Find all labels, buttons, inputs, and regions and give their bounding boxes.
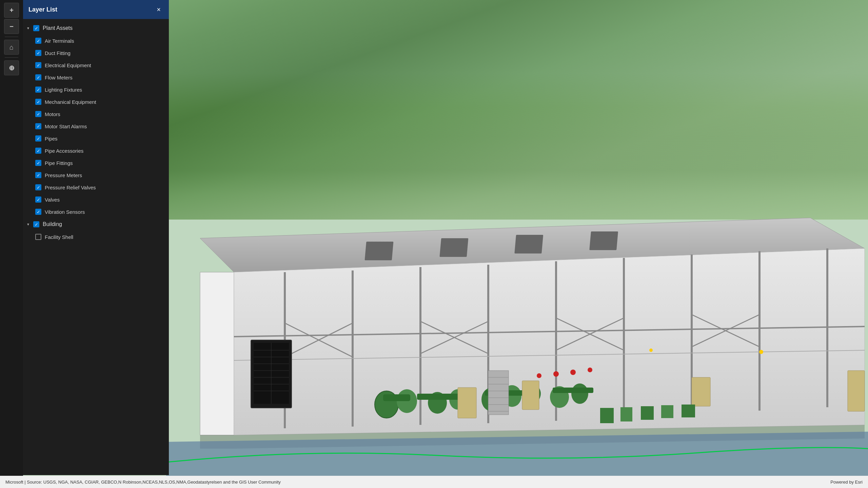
checkbox-flow-meters[interactable]: ✓ <box>35 74 41 80</box>
checkbox-pipes[interactable]: ✓ <box>35 135 41 142</box>
svg-marker-6 <box>234 248 865 435</box>
layer-item-pipes[interactable]: ✓Pipes <box>23 132 169 145</box>
svg-rect-54 <box>620 407 632 421</box>
svg-point-37 <box>571 383 588 404</box>
svg-rect-55 <box>641 406 654 420</box>
layer-label-facility-shell: Facility Shell <box>45 234 73 240</box>
layer-item-valves[interactable]: ✓Valves <box>23 193 169 206</box>
checkbox-building[interactable]: ✓ <box>33 221 39 227</box>
layer-label-air-terminals: Air Terminals <box>45 38 74 44</box>
checkbox-vibration-sensors[interactable]: ✓ <box>35 209 41 215</box>
layer-item-mechanical-equipment[interactable]: ✓Mechanical Equipment <box>23 96 169 108</box>
layer-item-lighting-fixtures[interactable]: ✓Lighting Fixtures <box>23 83 169 96</box>
layer-item-duct-fitting[interactable]: ✓Duct Fitting <box>23 47 169 59</box>
checkbox-motors[interactable]: ✓ <box>35 111 41 117</box>
checkbox-lighting-fixtures[interactable]: ✓ <box>35 87 41 93</box>
group-item-plant-assets[interactable]: ▾✓Plant Assets <box>23 22 169 35</box>
panel-header: Layer List × <box>23 0 169 19</box>
panel-close-button[interactable]: × <box>154 5 163 14</box>
svg-rect-53 <box>600 408 614 423</box>
svg-rect-49 <box>458 388 476 418</box>
svg-point-66 <box>570 370 576 375</box>
layer-item-vibration-sensors[interactable]: ✓Vibration Sensors <box>23 206 169 218</box>
rotate-button[interactable]: ⊕ <box>4 60 19 75</box>
checkbox-plant-assets[interactable]: ✓ <box>33 25 39 31</box>
group-label-building: Building <box>43 221 62 227</box>
svg-rect-28 <box>383 394 410 401</box>
layer-label-motors: Motors <box>45 111 60 117</box>
layer-label-pressure-meters: Pressure Meters <box>45 172 82 178</box>
svg-point-65 <box>553 371 559 377</box>
checkbox-pressure-relief-valves[interactable]: ✓ <box>35 184 41 190</box>
layer-item-pipe-fittings[interactable]: ✓Pipe Fittings <box>23 157 169 169</box>
checkbox-pressure-meters[interactable]: ✓ <box>35 172 41 178</box>
layer-label-pipes: Pipes <box>45 136 58 142</box>
layer-label-vibration-sensors: Vibration Sensors <box>45 209 85 215</box>
checkbox-mechanical-equipment[interactable]: ✓ <box>35 99 41 105</box>
layer-label-electrical-equipment: Electrical Equipment <box>45 62 91 68</box>
layer-item-pressure-relief-valves[interactable]: ✓Pressure Relief Valves <box>23 181 169 193</box>
status-bar: Microsoft | Source: USGS, NGA, NASA, CGI… <box>0 476 868 488</box>
layer-item-electrical-equipment[interactable]: ✓Electrical Equipment <box>23 59 169 71</box>
layer-label-duct-fitting: Duct Fitting <box>45 50 71 56</box>
left-toolbar: + − ⌂ ⊕ <box>0 0 23 488</box>
svg-rect-57 <box>682 405 695 417</box>
checkbox-motor-start-alarms[interactable]: ✓ <box>35 123 41 129</box>
checkbox-electrical-equipment[interactable]: ✓ <box>35 62 41 68</box>
checkbox-valves[interactable]: ✓ <box>35 196 41 203</box>
panel-body[interactable]: ▾✓Plant Assets✓Air Terminals✓Duct Fittin… <box>23 19 169 475</box>
home-button[interactable]: ⌂ <box>4 40 19 55</box>
toolbar-divider <box>5 37 18 37</box>
attribution-left: Microsoft | Source: USGS, NGA, NASA, CGI… <box>5 480 281 485</box>
svg-point-67 <box>588 368 592 372</box>
svg-rect-50 <box>522 381 539 410</box>
svg-point-68 <box>537 373 541 378</box>
layer-label-flow-meters: Flow Meters <box>45 75 73 80</box>
checkbox-pipe-accessories[interactable]: ✓ <box>35 148 41 154</box>
svg-rect-38 <box>553 388 593 393</box>
layer-item-facility-shell[interactable]: Facility Shell <box>23 231 169 243</box>
zoom-in-button[interactable]: + <box>4 3 19 18</box>
layer-item-pressure-meters[interactable]: ✓Pressure Meters <box>23 169 169 181</box>
layer-label-motor-start-alarms: Motor Start Alarms <box>45 124 87 129</box>
svg-point-71 <box>759 350 763 354</box>
zoom-out-button[interactable]: − <box>4 19 19 34</box>
layer-item-flow-meters[interactable]: ✓Flow Meters <box>23 71 169 83</box>
attribution-right: Powered by Esri <box>830 480 863 485</box>
layer-label-pipe-fittings: Pipe Fittings <box>45 160 73 166</box>
layer-panel: Layer List × ▾✓Plant Assets✓Air Terminal… <box>23 0 169 475</box>
layer-label-pressure-relief-valves: Pressure Relief Valves <box>45 185 96 190</box>
group-label-plant-assets: Plant Assets <box>43 25 73 31</box>
svg-rect-56 <box>661 405 673 418</box>
checkbox-facility-shell[interactable] <box>35 234 41 240</box>
layer-item-air-terminals[interactable]: ✓Air Terminals <box>23 35 169 47</box>
svg-rect-3 <box>514 235 543 254</box>
svg-rect-2 <box>439 238 468 257</box>
layer-item-pipe-accessories[interactable]: ✓Pipe Accessories <box>23 145 169 157</box>
layer-label-lighting-fixtures: Lighting Fixtures <box>45 87 82 93</box>
layer-item-motors[interactable]: ✓Motors <box>23 108 169 120</box>
svg-rect-1 <box>365 242 394 260</box>
layer-item-motor-start-alarms[interactable]: ✓Motor Start Alarms <box>23 120 169 132</box>
checkbox-pipe-fittings[interactable]: ✓ <box>35 160 41 166</box>
svg-rect-4 <box>589 231 618 250</box>
svg-rect-52 <box>848 371 865 411</box>
svg-rect-51 <box>692 377 710 406</box>
checkbox-duct-fitting[interactable]: ✓ <box>35 50 41 56</box>
layer-label-pipe-accessories: Pipe Accessories <box>45 148 83 154</box>
svg-rect-31 <box>417 394 461 400</box>
layer-list-content: ▾✓Plant Assets✓Air Terminals✓Duct Fittin… <box>23 22 169 243</box>
arrow-icon-plant-assets: ▾ <box>27 26 32 31</box>
svg-marker-5 <box>200 272 234 435</box>
arrow-icon-building: ▾ <box>27 222 32 227</box>
checkbox-air-terminals[interactable]: ✓ <box>35 38 41 44</box>
panel-title: Layer List <box>28 6 57 13</box>
building-3d <box>166 204 868 476</box>
toolbar-divider-2 <box>5 57 18 58</box>
layer-label-mechanical-equipment: Mechanical Equipment <box>45 99 96 105</box>
layer-label-valves: Valves <box>45 197 60 203</box>
group-item-building[interactable]: ▾✓Building <box>23 218 169 231</box>
svg-point-72 <box>649 349 653 352</box>
